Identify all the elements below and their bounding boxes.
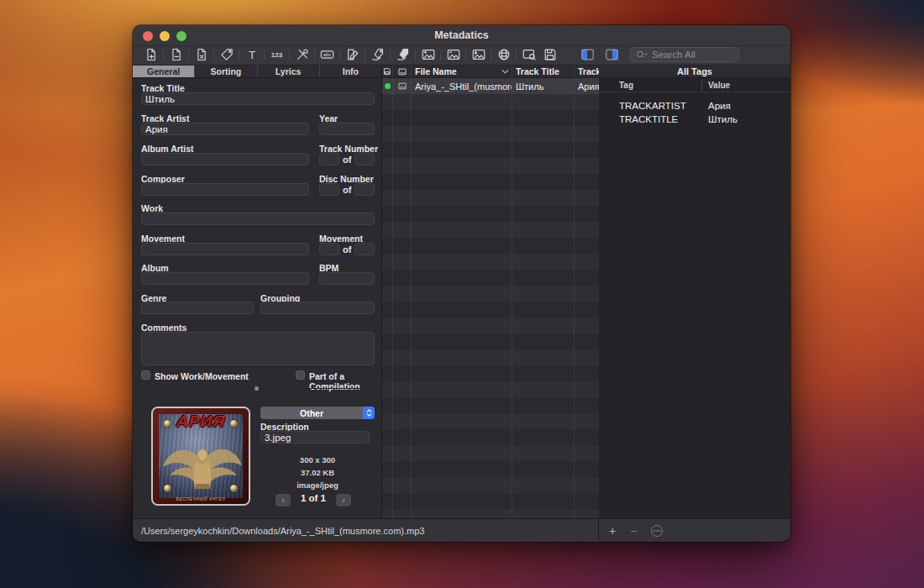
empty-file-row[interactable]: [382, 158, 599, 174]
file-name-column-header[interactable]: File Name: [412, 66, 512, 77]
empty-file-row[interactable]: [382, 206, 599, 222]
remove-tag-button[interactable]: −: [630, 524, 637, 538]
album-artist-field[interactable]: [141, 153, 309, 165]
tools-button[interactable]: [294, 47, 310, 63]
saved-status-column-header[interactable]: [382, 66, 393, 77]
movement-of-label: of: [343, 244, 351, 255]
empty-file-row[interactable]: [382, 461, 599, 477]
title-bar[interactable]: Metadatics: [133, 25, 790, 46]
empty-file-row[interactable]: [382, 493, 599, 509]
artwork-search-button[interactable]: [521, 47, 537, 63]
show-work-movement-checkbox[interactable]: [141, 370, 150, 380]
close-files-button[interactable]: [193, 47, 209, 63]
search-icon: [636, 50, 648, 60]
empty-file-row[interactable]: [382, 318, 599, 333]
toolbar-separator: [163, 50, 164, 60]
empty-file-row[interactable]: [382, 349, 599, 365]
rename-files-button[interactable]: [344, 47, 360, 63]
empty-file-row[interactable]: [382, 397, 599, 413]
capitalize-button[interactable]: T: [244, 47, 260, 63]
empty-file-row[interactable]: [382, 222, 599, 238]
empty-file-row[interactable]: [382, 270, 599, 286]
tag-from-filename-button[interactable]: [370, 47, 386, 63]
toggle-right-panel-button[interactable]: [604, 47, 620, 63]
tab-sorting[interactable]: Sorting: [195, 66, 257, 77]
splitter-handle[interactable]: [255, 386, 259, 391]
empty-file-row[interactable]: [382, 509, 599, 518]
svg-text:123: 123: [271, 51, 283, 59]
album-field[interactable]: [141, 272, 309, 285]
empty-file-row[interactable]: [382, 429, 599, 445]
track-artist-column-header[interactable]: Track ...: [575, 66, 599, 77]
empty-file-row[interactable]: [382, 254, 599, 270]
tab-info[interactable]: Info: [320, 66, 381, 77]
track-title-field[interactable]: [141, 92, 375, 105]
empty-file-row[interactable]: [382, 445, 599, 461]
track-title-column-header[interactable]: Track Title: [512, 66, 575, 77]
web-lookup-button[interactable]: [496, 47, 512, 63]
empty-file-row[interactable]: [382, 110, 599, 126]
prev-artwork-button[interactable]: ‹: [276, 494, 291, 507]
tag-column-header[interactable]: Tag: [619, 81, 633, 90]
empty-file-row[interactable]: [382, 286, 599, 302]
search-input[interactable]: Search All: [630, 47, 739, 62]
empty-file-row[interactable]: [382, 477, 599, 493]
export-artwork-button[interactable]: [470, 47, 486, 63]
track-number-field[interactable]: [319, 153, 339, 165]
disc-total-field[interactable]: [354, 183, 375, 196]
empty-file-row[interactable]: [382, 174, 599, 190]
tag-icon-button[interactable]: [218, 47, 234, 63]
track-artist-field[interactable]: [141, 123, 309, 135]
artwork-type-dropdown[interactable]: Other: [260, 407, 375, 419]
empty-file-row[interactable]: [382, 190, 599, 206]
empty-file-row[interactable]: [382, 333, 599, 349]
artwork-column-header[interactable]: [393, 66, 412, 77]
description-field[interactable]: [260, 431, 370, 444]
track-total-field[interactable]: [354, 153, 375, 165]
more-options-button[interactable]: •••: [651, 525, 663, 537]
tag-row[interactable]: TRACKARTIST Ария: [599, 99, 790, 113]
artwork-dimensions: 300 x 300: [260, 455, 375, 465]
add-artwork-button[interactable]: [420, 47, 436, 63]
empty-file-row[interactable]: [382, 302, 599, 318]
filename-from-tag-button[interactable]: [395, 47, 411, 63]
cover-caption: БЕСПЕЧНЫЙ АНГЕЛ: [153, 496, 249, 501]
empty-file-row[interactable]: [382, 126, 599, 142]
tag-row[interactable]: TRACKTITLE Штиль: [599, 113, 790, 126]
empty-file-row[interactable]: [382, 365, 599, 381]
movement-total-field[interactable]: [354, 243, 375, 255]
empty-file-row[interactable]: [382, 238, 599, 254]
next-artwork-button[interactable]: ›: [336, 494, 351, 507]
comments-field[interactable]: [141, 332, 375, 365]
year-field[interactable]: [319, 123, 375, 135]
composer-field[interactable]: [141, 183, 309, 196]
status-bar: /Users/sergeykochkin/Downloads/Ariya_-_S…: [133, 518, 790, 542]
spell-check-button[interactable]: abc: [319, 47, 335, 63]
remove-files-button[interactable]: [168, 47, 184, 63]
artwork-well[interactable]: АРИЯ БЕСПЕЧНЫЙ АНГЕЛ: [151, 407, 250, 506]
track-numbering-button[interactable]: 123: [269, 47, 285, 63]
tab-lyrics[interactable]: Lyrics: [258, 66, 320, 77]
movement-number-field[interactable]: [319, 243, 339, 255]
toolbar-separator: [415, 50, 416, 60]
empty-file-row[interactable]: [382, 413, 599, 429]
movement-field[interactable]: [141, 243, 309, 255]
save-button[interactable]: [542, 47, 558, 63]
remove-artwork-button[interactable]: [445, 47, 461, 63]
grouping-field[interactable]: [260, 302, 375, 314]
add-tag-button[interactable]: +: [609, 524, 616, 538]
disc-number-field[interactable]: [319, 183, 339, 196]
file-row-selected[interactable]: Ariya_-_SHtil_(musmore.... Штиль Ария: [382, 78, 599, 94]
work-field[interactable]: [141, 213, 375, 225]
add-files-button[interactable]: [143, 47, 159, 63]
column-divider[interactable]: [701, 80, 702, 91]
genre-field[interactable]: [141, 302, 254, 314]
part-of-compilation-checkbox[interactable]: [296, 370, 305, 380]
empty-file-row[interactable]: [382, 94, 599, 110]
bpm-field[interactable]: [319, 272, 375, 285]
empty-file-row[interactable]: [382, 142, 599, 158]
toggle-left-panel-button[interactable]: [580, 47, 596, 63]
value-column-header[interactable]: Value: [708, 81, 730, 90]
tab-general[interactable]: General: [133, 66, 195, 77]
empty-file-row[interactable]: [382, 381, 599, 397]
